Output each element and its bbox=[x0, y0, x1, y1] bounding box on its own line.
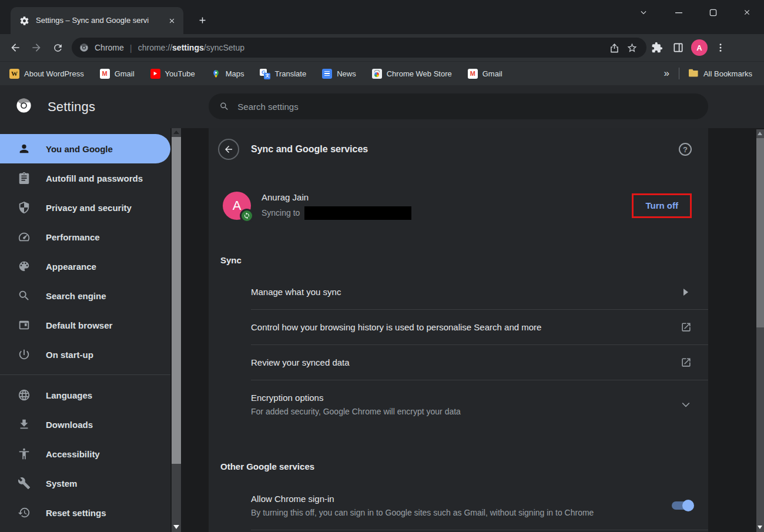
toggle-knob bbox=[682, 500, 694, 511]
scrollbar-up-arrow[interactable] bbox=[758, 132, 762, 135]
extensions-button[interactable] bbox=[646, 37, 668, 58]
row-title: Control how your browsing history is use… bbox=[251, 322, 679, 332]
profile-avatar[interactable]: A bbox=[691, 39, 708, 56]
sidebar-item-label: Downloads bbox=[46, 420, 93, 430]
scrollbar-up-arrow[interactable] bbox=[173, 131, 179, 134]
page-title: Sync and Google services bbox=[251, 144, 368, 155]
row-manage-what-you-sync[interactable]: Manage what you sync bbox=[251, 275, 708, 310]
bookmark-gmail-2[interactable]: M Gmail bbox=[468, 69, 502, 79]
minimize-button[interactable] bbox=[662, 0, 696, 25]
scrollbar-down-arrow[interactable] bbox=[758, 526, 762, 529]
other-google-services-title: Other Google services bbox=[220, 461, 708, 471]
bookmark-star-icon[interactable] bbox=[623, 39, 641, 56]
tab-close-icon[interactable] bbox=[165, 14, 179, 28]
sidebar-item-accessibility[interactable]: Accessibility bbox=[0, 439, 170, 469]
gmail-favicon: M bbox=[468, 69, 478, 79]
sidebar-item-on-startup[interactable]: On start-up bbox=[0, 340, 170, 369]
row-allow-chrome-sign-in[interactable]: Allow Chrome sign-in By turning this off… bbox=[251, 481, 708, 530]
row-title: Review your synced data bbox=[251, 357, 679, 367]
row-encryption-options[interactable]: Encryption options For added security, G… bbox=[251, 380, 708, 429]
sidebar-item-appearance[interactable]: Appearance bbox=[0, 252, 170, 281]
sidebar-item-label: Default browser bbox=[46, 320, 112, 330]
window-controls bbox=[662, 0, 764, 25]
bookmark-youtube[interactable]: YouTube bbox=[150, 69, 195, 79]
power-icon bbox=[18, 348, 31, 361]
share-icon[interactable] bbox=[605, 39, 623, 56]
sidebar-item-performance[interactable]: Performance bbox=[0, 222, 170, 252]
sync-rows: Manage what you sync Control how your br… bbox=[251, 275, 708, 429]
shield-icon bbox=[18, 201, 31, 214]
row-review-synced-data[interactable]: Review your synced data bbox=[251, 345, 708, 380]
window-scrollbar[interactable] bbox=[756, 129, 764, 532]
avatar: A bbox=[223, 192, 251, 220]
bookmark-gmail[interactable]: M Gmail bbox=[100, 69, 135, 79]
browser-tab[interactable]: Settings – Sync and Google servi bbox=[11, 7, 183, 34]
profile-row: A Anurag Jain Syncing to Turn off bbox=[209, 178, 708, 234]
browser-window: Settings – Sync and Google servi Chrome … bbox=[0, 0, 764, 532]
bookmark-news[interactable]: News bbox=[322, 69, 356, 79]
new-tab-button[interactable] bbox=[192, 9, 213, 31]
help-icon[interactable]: ? bbox=[679, 143, 692, 156]
url-brand: Chrome bbox=[95, 43, 124, 52]
red-annotation-box: Turn off bbox=[632, 193, 692, 218]
wordpress-favicon: W bbox=[9, 69, 19, 79]
external-link-icon bbox=[679, 357, 693, 368]
bookmarks-overflow-chevron[interactable]: » bbox=[664, 68, 669, 79]
globe-icon bbox=[18, 389, 31, 401]
chevron-down-icon bbox=[679, 399, 693, 410]
bookmark-about-wordpress[interactable]: W About WordPress bbox=[9, 69, 84, 79]
back-arrow-icon bbox=[223, 144, 234, 155]
settings-search-input[interactable] bbox=[237, 102, 698, 112]
history-icon bbox=[18, 506, 31, 519]
sidebar-item-default-browser[interactable]: Default browser bbox=[0, 310, 170, 340]
chrome-signin-toggle[interactable] bbox=[672, 501, 692, 510]
settings-header: Settings bbox=[0, 85, 764, 128]
sidebar-item-privacy[interactable]: Privacy and security bbox=[0, 193, 170, 222]
forward-button[interactable] bbox=[26, 37, 47, 58]
all-bookmarks-button[interactable]: All Bookmarks bbox=[689, 68, 752, 79]
settings-search[interactable] bbox=[209, 93, 708, 119]
sidebar-item-label: Reset settings bbox=[46, 508, 106, 518]
turn-off-button[interactable]: Turn off bbox=[645, 200, 678, 210]
reload-button[interactable] bbox=[47, 37, 68, 58]
sidebar-item-you-and-google[interactable]: You and Google bbox=[0, 134, 170, 163]
page-scrollbar[interactable] bbox=[172, 128, 181, 532]
bookmark-label: About WordPress bbox=[24, 69, 84, 78]
sidebar-item-label: Autofill and passwords bbox=[46, 173, 143, 183]
kebab-menu-icon bbox=[715, 42, 726, 53]
bookmarks-bar: W About WordPress M Gmail YouTube Maps G… bbox=[0, 61, 764, 85]
scrollbar-thumb[interactable] bbox=[756, 138, 764, 327]
sidebar-item-downloads[interactable]: Downloads bbox=[0, 410, 170, 439]
sidebar-item-search-engine[interactable]: Search engine bbox=[0, 281, 170, 310]
browser-menu-button[interactable] bbox=[710, 37, 731, 58]
maps-favicon bbox=[211, 69, 221, 79]
scrollbar-down-arrow[interactable] bbox=[173, 525, 179, 529]
sidebar-item-autofill[interactable]: Autofill and passwords bbox=[0, 163, 170, 193]
bookmark-maps[interactable]: Maps bbox=[211, 69, 244, 79]
bookmark-label: Gmail bbox=[482, 69, 502, 78]
back-arrow-icon bbox=[9, 42, 21, 53]
maximize-button[interactable] bbox=[696, 0, 730, 25]
tab-search-chevron-icon[interactable] bbox=[630, 0, 657, 25]
sidebar-item-label: Performance bbox=[46, 232, 100, 242]
row-browsing-history-control[interactable]: Control how your browsing history is use… bbox=[251, 310, 708, 345]
sync-status: Syncing to bbox=[262, 206, 411, 220]
profile-info: Anurag Jain Syncing to bbox=[262, 192, 411, 220]
address-bar[interactable]: Chrome | chrome://settings/syncSetup bbox=[72, 38, 646, 58]
back-button[interactable] bbox=[5, 37, 26, 58]
bookmark-translate[interactable]: G 文 Translate bbox=[260, 69, 306, 79]
sidebar-item-system[interactable]: System bbox=[0, 469, 170, 498]
scrollbar-thumb[interactable] bbox=[172, 137, 181, 464]
settings-sidebar: You and Google Autofill and passwords Pr… bbox=[0, 128, 170, 532]
other-rows: Allow Chrome sign-in By turning this off… bbox=[251, 481, 708, 530]
close-window-button[interactable] bbox=[730, 0, 764, 25]
sidebar-item-languages[interactable]: Languages bbox=[0, 380, 170, 410]
url-separator: | bbox=[130, 43, 132, 53]
back-button[interactable] bbox=[218, 139, 239, 160]
sync-ok-badge-icon bbox=[240, 209, 254, 223]
sidebar-item-label: Privacy and security bbox=[46, 203, 132, 213]
bookmark-label: Translate bbox=[274, 69, 306, 78]
bookmark-chrome-web-store[interactable]: Chrome Web Store bbox=[372, 69, 452, 79]
side-panel-button[interactable] bbox=[668, 37, 689, 58]
sidebar-item-reset-settings[interactable]: Reset settings bbox=[0, 498, 170, 527]
